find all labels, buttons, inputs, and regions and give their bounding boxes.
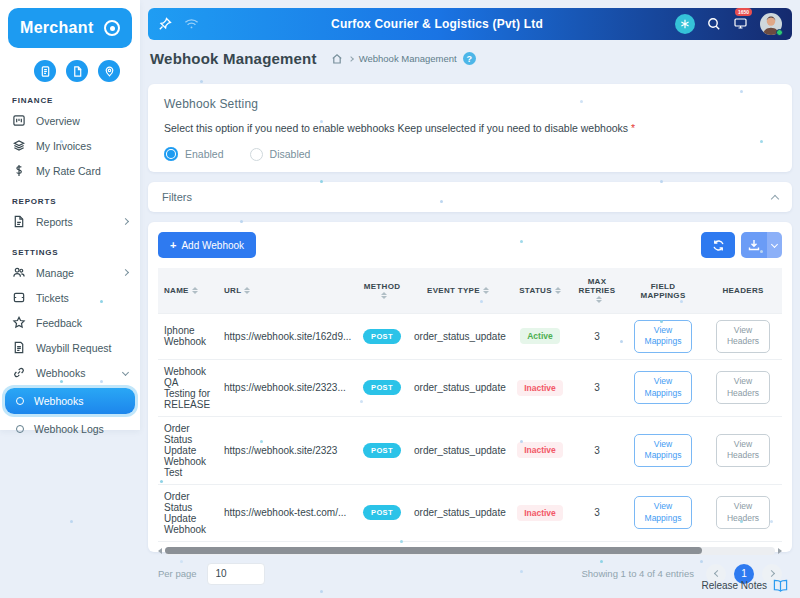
company-title: Curfox Courier & Logistics (Pvt) Ltd xyxy=(199,17,675,31)
method-badge: POST xyxy=(363,443,401,458)
sidebar-item-webhooks-parent[interactable]: Webhooks xyxy=(0,360,140,385)
setting-description: Select this option if you need to enable… xyxy=(164,122,776,134)
sidebar-item-my-invoices[interactable]: My Invoices xyxy=(0,133,140,158)
sidebar-item-label: Feedback xyxy=(36,317,128,329)
download-button[interactable] xyxy=(741,232,767,258)
sort-icon xyxy=(555,287,561,294)
status-badge: Active xyxy=(520,328,560,344)
sidebar-item-my-rate-card[interactable]: My Rate Card xyxy=(0,158,140,183)
notification-badge: 1650 xyxy=(735,8,752,16)
location-pin-icon[interactable] xyxy=(98,60,120,82)
status-badge: Inactive xyxy=(517,380,563,396)
release-notes-link[interactable]: Release Notes xyxy=(701,580,767,591)
per-page-label: Per page xyxy=(158,568,197,579)
sort-icon xyxy=(381,292,387,299)
col-name[interactable]: Name xyxy=(158,268,218,314)
cell-max-retries: 3 xyxy=(572,416,622,484)
col-status[interactable]: Status xyxy=(508,268,572,314)
radio-enabled[interactable]: Enabled xyxy=(164,147,224,161)
view-mappings-button[interactable]: View Mappings xyxy=(634,496,692,529)
chevron-right-icon xyxy=(122,218,129,225)
add-webhook-button[interactable]: + Add Webhook xyxy=(158,232,256,258)
avatar[interactable] xyxy=(760,13,782,35)
sidebar-item-waybill-request[interactable]: Waybill Request xyxy=(0,335,140,360)
view-headers-button[interactable]: View Headers xyxy=(716,371,770,404)
cell-url: https://webhook.site/2323... xyxy=(218,359,356,416)
sidebar-item-manage[interactable]: Manage xyxy=(0,260,140,285)
table-row: Order Status Update Webhook Test https:/… xyxy=(158,416,782,484)
users-icon xyxy=(12,266,26,279)
col-label: URL xyxy=(224,286,241,295)
download-split-button xyxy=(741,232,782,258)
table-row: Webhook QA Testing for RELEASE https://w… xyxy=(158,359,782,416)
col-event-type[interactable]: Event Type xyxy=(408,268,508,314)
scroll-left-arrow[interactable] xyxy=(158,548,162,554)
sidebar-subitem-label: Webhook Logs xyxy=(34,423,104,435)
integrations-icon[interactable] xyxy=(675,14,695,34)
section-label-reports: REPORTS xyxy=(12,197,128,206)
view-headers-button[interactable]: View Headers xyxy=(716,496,770,529)
sort-icon xyxy=(244,287,250,294)
setting-description-text: Select this option if you need to enable… xyxy=(164,122,628,134)
view-mappings-button[interactable]: View Mappings xyxy=(634,434,692,467)
download-options-button[interactable] xyxy=(767,232,782,258)
footer: Release Notes xyxy=(701,579,788,592)
filters-card[interactable]: Filters xyxy=(148,182,792,212)
view-mappings-button[interactable]: View Mappings xyxy=(634,320,692,353)
sidebar-subitem-webhook-logs[interactable]: Webhook Logs xyxy=(0,417,140,441)
sidebar-subitem-label: Webhooks xyxy=(34,395,83,407)
scrollbar-track[interactable] xyxy=(165,547,775,555)
col-label: Name xyxy=(164,286,189,295)
wifi-icon[interactable] xyxy=(184,18,199,30)
help-icon[interactable]: ? xyxy=(463,52,476,65)
chevron-left-icon xyxy=(713,570,720,577)
method-badge: POST xyxy=(363,329,401,344)
col-max-retries[interactable]: Max Retries xyxy=(572,268,622,314)
sidebar-item-label: Waybill Request xyxy=(36,342,128,354)
per-page-input[interactable] xyxy=(207,563,265,585)
view-headers-button[interactable]: View Headers xyxy=(716,320,770,353)
sort-icon xyxy=(483,287,489,294)
cell-event-type: order_status_update xyxy=(408,484,508,541)
radio-unselected-icon xyxy=(250,148,263,161)
pin-icon[interactable] xyxy=(158,17,172,31)
cell-name: Iphone Webhook xyxy=(158,314,218,360)
search-icon[interactable] xyxy=(707,17,721,31)
online-status-dot xyxy=(776,29,783,36)
announcements-icon[interactable]: 1650 xyxy=(733,15,748,33)
sidebar-item-label: Overview xyxy=(36,115,128,127)
sidebar-item-feedback[interactable]: Feedback xyxy=(0,310,140,335)
sidebar-subitem-webhooks[interactable]: Webhooks xyxy=(5,388,135,414)
breadcrumb-separator xyxy=(348,56,354,62)
col-url[interactable]: URL xyxy=(218,268,356,314)
section-label-finance: FINANCE xyxy=(12,96,128,105)
sidebar-item-overview[interactable]: Overview xyxy=(0,108,140,133)
scrollbar-thumb[interactable] xyxy=(165,547,702,554)
sidebar-item-reports[interactable]: Reports xyxy=(0,209,140,234)
book-icon[interactable] xyxy=(773,579,788,592)
tickets-icon xyxy=(12,291,26,304)
sidebar-item-tickets[interactable]: Tickets xyxy=(0,285,140,310)
brand-header[interactable]: Merchant xyxy=(8,8,132,48)
document-icon[interactable] xyxy=(66,60,88,82)
cell-name: Order Status Update Webhook Test xyxy=(158,416,218,484)
webhooks-table: Name URL Method Event Type Status Max Re… xyxy=(158,268,782,542)
home-icon[interactable] xyxy=(331,53,343,65)
sidebar-item-label: Tickets xyxy=(36,292,128,304)
webhook-toggle-group: Enabled Disabled xyxy=(164,147,776,161)
cell-event-type: order_status_update xyxy=(408,416,508,484)
cell-name: Order Status Update Webhook xyxy=(158,484,218,541)
radio-disabled[interactable]: Disabled xyxy=(250,148,311,161)
table-row: Iphone Webhook https://webhook.site/162d… xyxy=(158,314,782,360)
refresh-button[interactable] xyxy=(701,232,735,258)
target-icon[interactable] xyxy=(104,20,120,36)
horizontal-scrollbar xyxy=(158,547,782,555)
collapse-chevron-icon[interactable] xyxy=(771,194,779,202)
view-mappings-button[interactable]: View Mappings xyxy=(634,371,692,404)
scroll-right-arrow[interactable] xyxy=(778,548,782,554)
col-method[interactable]: Method xyxy=(356,268,408,314)
add-webhook-label: Add Webhook xyxy=(181,240,244,251)
view-headers-button[interactable]: View Headers xyxy=(716,434,770,467)
invoice-icon[interactable] xyxy=(34,60,56,82)
filters-title: Filters xyxy=(162,191,192,203)
